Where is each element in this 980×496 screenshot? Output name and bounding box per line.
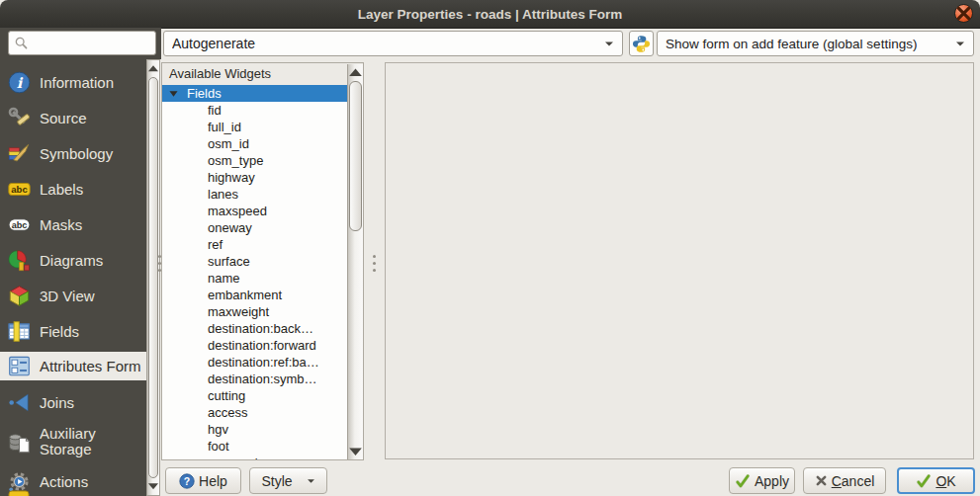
window-title: Layer Properties - roads | Attributes Fo…: [358, 7, 622, 22]
tree-item-field-fid[interactable]: fid: [162, 102, 363, 119]
layout-dropdown[interactable]: Autogenerate: [163, 31, 623, 56]
symbology-icon: [8, 142, 31, 165]
tree-item-field-surface[interactable]: surface: [162, 253, 363, 270]
triangle-up-icon: [348, 67, 363, 78]
scrollbar-thumb[interactable]: [148, 77, 158, 478]
tree-item-field-highway[interactable]: highway: [162, 169, 363, 186]
available-widgets-panel: Available Widgets Fields fid full_id osm…: [161, 62, 364, 460]
triangle-up-icon: [147, 64, 159, 72]
search-input[interactable]: [29, 36, 155, 50]
help-icon: ?: [179, 473, 195, 489]
tree-item-field-hgv[interactable]: hgv: [162, 421, 363, 438]
joins-icon: [8, 391, 31, 414]
available-widgets-title: Available Widgets: [162, 63, 363, 85]
chevron-down-icon: [955, 41, 965, 47]
sidebar-item-joins[interactable]: Joins: [0, 384, 146, 420]
sidebar-item-fields[interactable]: Fields: [0, 313, 146, 349]
sidebar-item-3d-view[interactable]: 3D View: [0, 278, 146, 313]
fields-tree: fid full_id osm_id osm_type highway: [162, 102, 363, 460]
tree-item-fields-group[interactable]: Fields: [162, 85, 363, 102]
show-form-dropdown[interactable]: Show form on add feature (global setting…: [657, 31, 974, 56]
layer-properties-dialog: Layer Properties - roads | Attributes Fo…: [0, 0, 980, 496]
tree-item-field-destination-back-[interactable]: destination:back…: [162, 320, 363, 337]
svg-text:abc: abc: [12, 219, 28, 229]
tree-item-field-embankment[interactable]: embankment: [162, 287, 363, 303]
tree-item-field-sac-scale[interactable]: sac_scale: [162, 455, 363, 460]
chevron-down-icon: [307, 478, 315, 484]
close-icon: [955, 5, 972, 22]
widgets-scrollbar[interactable]: [347, 64, 363, 460]
scroll-down-button[interactable]: [147, 479, 159, 494]
chevron-down-icon: [604, 41, 614, 47]
search-box[interactable]: [8, 31, 156, 55]
tree-item-field-access[interactable]: access: [162, 404, 363, 421]
show-form-dropdown-value: Show form on add feature (global setting…: [666, 37, 949, 51]
style-button[interactable]: Style: [249, 467, 327, 494]
tree-item-field-lanes[interactable]: lanes: [162, 186, 363, 203]
search-icon: [14, 36, 29, 50]
form-layout-area: [385, 62, 974, 459]
ok-button[interactable]: OK: [897, 467, 975, 494]
scroll-down-button[interactable]: [348, 445, 363, 459]
sidebar-item-attributes-form[interactable]: Attributes Form: [0, 352, 146, 380]
chevron-expanded-icon[interactable]: [169, 90, 178, 98]
triangle-down-icon: [147, 482, 159, 490]
scrollbar-thumb[interactable]: [349, 81, 362, 231]
svg-text:?: ?: [184, 474, 190, 486]
scroll-up-button[interactable]: [348, 65, 363, 80]
cancel-button[interactable]: Cancel: [803, 467, 886, 494]
tree-item-field-destination-forward[interactable]: destination:forward: [162, 337, 363, 354]
tree-item-field-cutting[interactable]: cutting: [162, 387, 363, 404]
triangle-down-icon: [348, 447, 363, 457]
sidebar-item-information[interactable]: i Information: [0, 64, 146, 100]
tree-item-field-foot[interactable]: foot: [162, 438, 363, 455]
labels-icon: abc: [8, 178, 31, 201]
apply-button[interactable]: Apply: [729, 467, 795, 494]
splitter-handle[interactable]: [373, 255, 376, 258]
auxiliary-storage-icon: [8, 431, 31, 454]
tree-item-field-oneway[interactable]: oneway: [162, 219, 363, 236]
information-icon: i: [8, 71, 31, 94]
sidebar-item-auxiliary-storage[interactable]: Auxiliary Storage: [0, 420, 146, 463]
sidebar-item-masks[interactable]: abc Masks: [0, 207, 146, 242]
sidebar-scrollbar[interactable]: [146, 59, 160, 496]
tree-item-field-destination-ref-ba-[interactable]: destination:ref:ba…: [162, 354, 363, 371]
properties-sidebar: i Information Source Symbology abc Label…: [0, 59, 146, 496]
titlebar[interactable]: Layer Properties - roads | Attributes Fo…: [0, 0, 980, 29]
three-d-view-icon: [8, 285, 31, 307]
sidebar-item-symbology[interactable]: Symbology: [0, 135, 146, 171]
source-icon: [8, 107, 31, 129]
attributes-form-icon: [8, 355, 31, 377]
layout-dropdown-value: Autogenerate: [172, 36, 598, 51]
masks-icon: abc: [8, 213, 31, 236]
python-icon: [632, 35, 651, 53]
tree-item-field-full-id[interactable]: full_id: [162, 119, 363, 135]
tree-item-field-destination-symb-[interactable]: destination:symb…: [162, 371, 363, 387]
tree-item-field-name[interactable]: name: [162, 270, 363, 287]
close-button[interactable]: [954, 4, 973, 23]
check-icon: [916, 473, 932, 489]
tree-item-field-ref[interactable]: ref: [162, 236, 363, 253]
scroll-up-button[interactable]: [147, 61, 159, 76]
diagrams-icon: [8, 249, 31, 272]
tree-item-field-osm-id[interactable]: osm_id: [162, 135, 363, 152]
display-icon: [8, 490, 30, 496]
python-init-function-button[interactable]: [629, 31, 654, 56]
tree-item-field-maxspeed[interactable]: maxspeed: [162, 203, 363, 219]
svg-text:abc: abc: [11, 184, 27, 195]
sidebar-item-source[interactable]: Source: [0, 100, 146, 135]
cross-icon: [815, 474, 828, 487]
help-button[interactable]: ? Help: [165, 467, 241, 494]
fields-icon: [8, 320, 31, 343]
sidebar-item-labels[interactable]: abc Labels: [0, 171, 146, 207]
sidebar-item-diagrams[interactable]: Diagrams: [0, 242, 146, 278]
tree-item-field-maxweight[interactable]: maxweight: [162, 303, 363, 320]
tree-item-field-osm-type[interactable]: osm_type: [162, 152, 363, 169]
check-icon: [735, 473, 751, 489]
